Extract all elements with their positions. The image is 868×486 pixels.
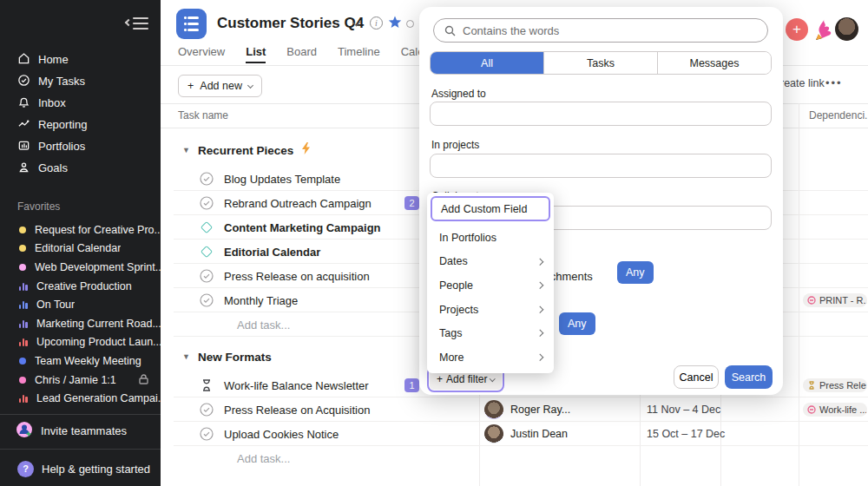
menu-item-tags[interactable]: Tags xyxy=(427,321,554,345)
dependency-pill[interactable]: PRINT - R... xyxy=(803,293,867,307)
task-check-circle-icon[interactable] xyxy=(200,269,214,283)
dependency-pill[interactable]: Press Rele... xyxy=(803,378,867,392)
page-title: Customer Stories Q4 xyxy=(217,15,364,32)
section-title[interactable]: New Formats xyxy=(198,351,272,364)
menu-item-people[interactable]: People xyxy=(427,273,554,298)
sidebar-fav-team-weekly-meeting[interactable]: Team Weekly Meeting xyxy=(0,351,161,371)
assigned-to-input[interactable] xyxy=(430,102,772,126)
task-check-circle-icon[interactable] xyxy=(200,196,214,210)
sidebar-item-home[interactable]: Home xyxy=(0,49,161,70)
add-filter-menu: Add Custom Field In Portfolios Dates Peo… xyxy=(427,193,554,373)
cancel-button[interactable]: Cancel xyxy=(674,365,719,389)
sidebar-item-goals[interactable]: Goals xyxy=(0,157,161,179)
sidebar-item-portfolios[interactable]: Portfolios xyxy=(0,135,161,157)
portfolio-bars-icon xyxy=(19,300,28,309)
task-check-circle-icon[interactable] xyxy=(200,172,214,186)
project-dot-icon xyxy=(19,377,26,384)
status-circle-icon[interactable] xyxy=(406,20,414,28)
star-icon[interactable] xyxy=(388,16,402,32)
task-name[interactable]: Editorial Calendar xyxy=(224,246,320,259)
collapse-section-icon[interactable]: ▼ xyxy=(182,146,190,154)
task-name[interactable]: Blog Updates Template xyxy=(224,173,340,186)
sidebar-item-label: Home xyxy=(38,53,69,66)
add-new-button[interactable]: + Add new xyxy=(178,75,262,97)
milestone-diamond-icon[interactable] xyxy=(201,221,213,233)
approval-hourglass-icon[interactable] xyxy=(200,378,214,392)
tab-list[interactable]: List xyxy=(246,42,266,63)
sidebar-fav-marketing-current-roadmap[interactable]: Marketing Current Road... xyxy=(0,314,161,333)
tab-timeline[interactable]: Timeline xyxy=(338,42,380,63)
invite-teammates-icon xyxy=(15,420,34,442)
sidebar-item-label: My Tasks xyxy=(38,75,85,88)
menu-item-label: In Portfolios xyxy=(439,232,496,244)
menu-item-add-custom-field[interactable]: Add Custom Field xyxy=(431,196,550,221)
assignee-name[interactable]: Justin Dean xyxy=(510,428,568,440)
assignee-avatar[interactable] xyxy=(484,400,503,419)
task-name[interactable]: Rebrand Outreach Campaign xyxy=(224,197,372,210)
attachments-any-button[interactable]: Any xyxy=(617,261,654,284)
tab-board[interactable]: Board xyxy=(286,42,317,63)
column-header-dependencies[interactable]: Dependenci... xyxy=(809,109,868,122)
search-input[interactable] xyxy=(463,24,757,37)
sidebar-fav-creative-production[interactable]: Creative Production xyxy=(0,277,161,296)
task-name[interactable]: Press Release on Acquisition xyxy=(224,404,370,417)
sidebar-divider xyxy=(0,414,161,415)
task-check-circle-icon[interactable] xyxy=(200,293,214,307)
due-dates[interactable]: 11 Nov – 4 Dec xyxy=(647,404,720,416)
sidebar-item-inbox[interactable]: Inbox xyxy=(0,92,161,114)
sidebar-fav-chris-jamie[interactable]: Chris / Jamie 1:1 xyxy=(0,371,161,390)
scope-all[interactable]: All xyxy=(431,52,543,74)
sidebar-fav-request-for-creative[interactable]: Request for Creative Pro... xyxy=(0,220,161,240)
search-button[interactable]: Search xyxy=(725,365,773,389)
task-check-circle-icon[interactable] xyxy=(200,427,214,441)
search-field[interactable] xyxy=(433,18,768,43)
scope-tasks[interactable]: Tasks xyxy=(543,52,657,74)
menu-item-in-portfolios[interactable]: In Portfolios xyxy=(427,226,554,250)
task-name[interactable]: Upload Cookies Notice xyxy=(224,428,339,441)
sidebar-item-label: Goals xyxy=(38,161,68,174)
column-header-task-name[interactable]: Task name xyxy=(178,109,228,122)
milestone-diamond-icon[interactable] xyxy=(201,246,213,258)
assignee-name[interactable]: Roger Ray... xyxy=(510,404,570,416)
add-task-button[interactable]: Add task... xyxy=(237,452,290,465)
add-task-button[interactable]: Add task... xyxy=(237,319,290,332)
blocked-icon xyxy=(807,405,816,414)
create-link-button[interactable]: reate link xyxy=(780,77,825,89)
sidebar-fav-web-development-sprint[interactable]: Web Development Sprint... xyxy=(0,258,161,277)
menu-item-more[interactable]: More xyxy=(427,345,554,370)
sidebar-item-reporting[interactable]: Reporting xyxy=(0,114,161,135)
sidebar-fav-editorial-calendar[interactable]: Editorial Calendar xyxy=(0,240,161,259)
any-button[interactable]: Any xyxy=(559,312,595,335)
task-check-circle-icon[interactable] xyxy=(200,403,214,417)
info-icon[interactable]: i xyxy=(370,16,383,30)
task-row[interactable]: Upload Cookies Notice Justin Dean 15 Oct… xyxy=(174,422,868,446)
task-name[interactable]: Work-life Balance Newsletter xyxy=(224,379,369,392)
task-name[interactable]: Content Marketing Campaign xyxy=(224,221,381,234)
task-name[interactable]: Press Release on acquisition xyxy=(224,270,370,283)
invite-teammates-button[interactable]: Invite teammates xyxy=(0,419,161,443)
collapse-section-icon[interactable]: ▼ xyxy=(182,352,190,361)
assignee-avatar[interactable] xyxy=(484,424,503,443)
add-task-row[interactable]: Add task... xyxy=(174,446,868,470)
celebration-icon[interactable] xyxy=(813,17,836,42)
collapse-sidebar-icon[interactable] xyxy=(126,16,148,33)
sidebar-fav-upcoming-product-launch[interactable]: Upcoming Product Laun... xyxy=(0,333,161,352)
task-row[interactable]: Press Release on Acquisition Roger Ray..… xyxy=(174,397,868,422)
scope-messages[interactable]: Messages xyxy=(657,52,771,74)
menu-item-dates[interactable]: Dates xyxy=(427,250,554,274)
create-button[interactable]: + xyxy=(786,18,808,41)
sidebar-fav-lead-generation[interactable]: Lead Generation Campai... xyxy=(0,389,161,408)
tab-overview[interactable]: Overview xyxy=(178,42,225,63)
menu-item-projects[interactable]: Projects xyxy=(427,298,554,322)
user-avatar[interactable] xyxy=(835,17,858,41)
sidebar-fav-on-tour[interactable]: On Tour xyxy=(0,295,161,314)
task-name[interactable]: Monthly Triage xyxy=(224,294,298,307)
due-dates[interactable]: 15 Oct – 17 Dec xyxy=(647,428,725,440)
help-button[interactable]: ? Help & getting started xyxy=(0,457,161,480)
tab-label: Overview xyxy=(178,45,225,58)
section-title[interactable]: Recurrent Pieces xyxy=(198,144,293,157)
sidebar-item-my-tasks[interactable]: My Tasks xyxy=(0,70,161,92)
in-projects-input[interactable] xyxy=(430,154,772,178)
overflow-menu-icon[interactable]: ••• xyxy=(825,76,843,89)
dependency-pill[interactable]: Work-life ... xyxy=(803,403,867,417)
